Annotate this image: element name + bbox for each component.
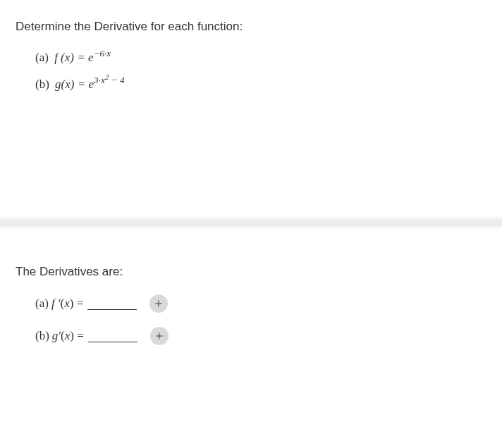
section-divider: [0, 216, 502, 230]
answer-a-label: (a): [35, 297, 49, 311]
problem-list: (a) f (x) = e−6·x (b) g(x) = e3·x2 − 4: [16, 51, 486, 92]
problem-b-base: e: [88, 77, 94, 91]
answer-section: The Derivatives are: (a) f ′(x) = (b) g′…: [0, 230, 502, 375]
problem-a-lhs: f (x) =: [54, 51, 85, 64]
problem-b-lhs: g(x) =: [55, 77, 85, 91]
plus-icon: [154, 299, 164, 309]
problem-b-label: (b): [35, 77, 49, 91]
problem-b-exponent: 3·x2 − 4: [94, 75, 125, 85]
plus-icon: [154, 331, 164, 341]
answer-a-func: f ′(x) =: [51, 297, 83, 311]
problem-a-exponent: −6·x: [93, 48, 111, 58]
question-prompt: Determine the Derivative for each functi…: [16, 20, 486, 34]
answer-b-row: (b) g′(x) =: [35, 327, 486, 345]
problem-a: (a) f (x) = e−6·x: [35, 51, 486, 65]
question-section: Determine the Derivative for each functi…: [0, 0, 502, 124]
problem-b-expression: g(x) = e3·x2 − 4: [55, 77, 125, 91]
problem-a-label: (a): [35, 51, 49, 64]
answer-b-input[interactable]: [88, 330, 137, 342]
answer-heading: The Derivatives are:: [16, 265, 486, 279]
problem-b: (b) g(x) = e3·x2 − 4: [35, 77, 486, 92]
add-answer-b-button[interactable]: [150, 327, 169, 345]
add-answer-a-button[interactable]: [149, 294, 168, 313]
answer-b-label: (b): [35, 329, 49, 343]
answer-b-func: g′(x) =: [52, 329, 84, 343]
problem-a-expression: f (x) = e−6·x: [54, 51, 111, 64]
answer-a-row: (a) f ′(x) =: [35, 294, 486, 313]
answer-list: (a) f ′(x) = (b) g′(x) =: [16, 294, 486, 345]
answer-a-input[interactable]: [87, 297, 137, 310]
